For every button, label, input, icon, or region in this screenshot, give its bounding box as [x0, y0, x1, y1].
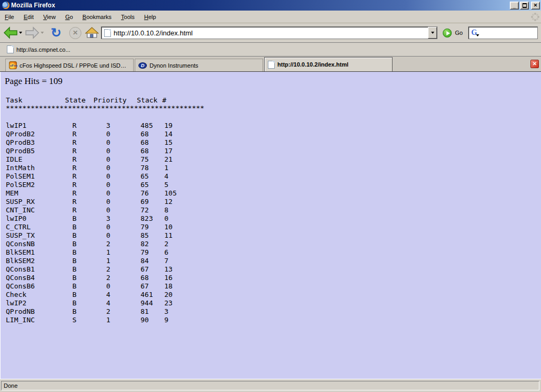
cell-state: R — [72, 147, 77, 155]
cell-state: S — [72, 316, 77, 324]
tab-label: Dynon Instruments — [150, 62, 198, 69]
cell-num: 7 — [164, 257, 169, 265]
search-input[interactable] — [482, 29, 537, 36]
cell-priority: 0 — [106, 130, 110, 138]
cell-priority: 4 — [106, 291, 110, 298]
header-stack: Stack — [137, 96, 157, 104]
table-row: SUSP_TXB08511 — [1, 231, 541, 240]
home-button[interactable] — [85, 25, 99, 41]
cell-task: PolSEM2 — [6, 181, 35, 189]
cell-task: LIM_INC — [6, 316, 35, 324]
cell-stack: 79 — [141, 248, 149, 256]
cell-num: 19 — [164, 122, 173, 129]
back-arrow-icon — [3, 26, 18, 39]
cell-num: 16 — [164, 274, 173, 282]
page-icon — [104, 29, 111, 37]
cell-stack: 72 — [141, 206, 149, 214]
url-input[interactable] — [114, 29, 428, 37]
back-dropdown-icon[interactable] — [19, 32, 22, 34]
cell-num: 4 — [164, 172, 169, 180]
minimize-button[interactable]: _ — [510, 2, 519, 10]
cell-priority: 1 — [106, 316, 110, 324]
cell-stack: 75 — [141, 155, 149, 163]
table-row: QConsNBB2822 — [1, 240, 541, 248]
tab-dynon[interactable]: D Dynon Instruments — [135, 59, 263, 71]
menu-bookmarks[interactable]: Bookmarks — [78, 12, 116, 22]
cell-num: 13 — [164, 265, 173, 273]
header-task: Task — [6, 96, 22, 104]
cell-state: B — [72, 274, 77, 282]
cell-state: R — [72, 122, 77, 129]
stop-button[interactable]: ✕ — [69, 27, 81, 39]
menu-bar: File Edit View Go Bookmarks Tools Help — [0, 11, 541, 23]
cell-task: SUSP_RX — [6, 198, 35, 206]
cell-num: 5 — [164, 181, 169, 189]
menu-go[interactable]: Go — [60, 12, 78, 22]
google-search-icon[interactable]: G — [471, 29, 477, 37]
table-row: QProdNBB2813 — [1, 307, 541, 316]
menu-view[interactable]: View — [39, 12, 61, 22]
cell-priority: 0 — [106, 198, 110, 206]
cell-state: B — [72, 299, 77, 307]
menu-help[interactable]: Help — [139, 12, 161, 22]
cell-state: B — [72, 307, 77, 315]
cell-num: 8 — [164, 206, 169, 214]
forward-dropdown-icon[interactable] — [41, 32, 44, 34]
url-bar[interactable] — [101, 26, 437, 39]
menu-tools[interactable]: Tools — [116, 12, 139, 22]
tab-cfos[interactable]: cFos Highspeed DSL / PPPoE und ISDN CAP.… — [5, 59, 134, 71]
restore-icon — [523, 4, 527, 7]
cell-task: QConsNB — [6, 240, 35, 248]
cell-num: 2 — [164, 240, 169, 248]
table-row: lwIP2B494423 — [1, 299, 541, 307]
menu-file[interactable]: File — [0, 12, 19, 22]
status-bar: Done — [0, 379, 541, 392]
cell-stack: 85 — [141, 231, 149, 239]
cell-num: 18 — [164, 282, 173, 290]
chevron-down-icon — [431, 32, 434, 34]
page-content: Page Hits = 109 Task State Priority Stac… — [0, 72, 541, 379]
close-button[interactable]: ✕ — [531, 2, 540, 10]
task-table-header: Task State Priority Stack # — [1, 96, 541, 105]
search-box[interactable]: G — [468, 26, 538, 39]
cell-stack: 944 — [141, 299, 153, 307]
cell-stack: 65 — [141, 172, 149, 180]
cell-stack: 68 — [141, 130, 149, 138]
reload-button[interactable]: ↻ — [51, 26, 61, 39]
cell-num: 14 — [164, 130, 173, 138]
cell-num: 12 — [164, 198, 173, 206]
cell-stack: 76 — [141, 189, 149, 197]
cell-priority: 0 — [106, 155, 110, 163]
cell-priority: 0 — [106, 172, 110, 180]
cell-num: 17 — [164, 147, 173, 155]
restore-button[interactable] — [520, 2, 529, 10]
cell-task: lwIP2 — [6, 299, 26, 307]
table-row: QProdB5R06817 — [1, 147, 541, 155]
cell-priority: 2 — [106, 274, 110, 282]
bookmark-item[interactable]: http://as.cmpnet.co... — [2, 44, 72, 55]
cell-priority: 0 — [106, 223, 110, 231]
table-row: IntMathR0781 — [1, 164, 541, 172]
cell-priority: 4 — [106, 299, 110, 307]
cell-stack: 67 — [141, 265, 149, 273]
back-button[interactable] — [3, 25, 18, 41]
cell-task: MEM — [6, 189, 18, 197]
menu-edit[interactable]: Edit — [19, 12, 39, 22]
cell-state: B — [72, 265, 77, 273]
table-row: PolSEM1R0654 — [1, 172, 541, 181]
task-table-rows: lwIP1R348519QProdB2R06814QProdB3R06815QP… — [1, 122, 541, 324]
cell-stack: 68 — [141, 274, 149, 282]
forward-button[interactable] — [25, 25, 40, 41]
cell-task: QProdB5 — [6, 147, 35, 155]
cell-task: lwIP1 — [6, 122, 26, 129]
cell-task: BlkSEM2 — [6, 257, 35, 265]
tab-index-html[interactable]: http://10.0.10.2/index.html — [264, 57, 393, 71]
close-icon: ✕ — [534, 3, 538, 8]
window-title: Mozilla Firefox — [11, 2, 509, 9]
table-row: QProdB3R06815 — [1, 138, 541, 147]
url-dropdown-button[interactable] — [428, 27, 437, 39]
cell-num: 21 — [164, 155, 173, 163]
close-tab-button[interactable]: ✕ — [530, 60, 539, 68]
go-button[interactable]: Go — [443, 29, 463, 38]
table-row: C_CTRLB07910 — [1, 223, 541, 231]
